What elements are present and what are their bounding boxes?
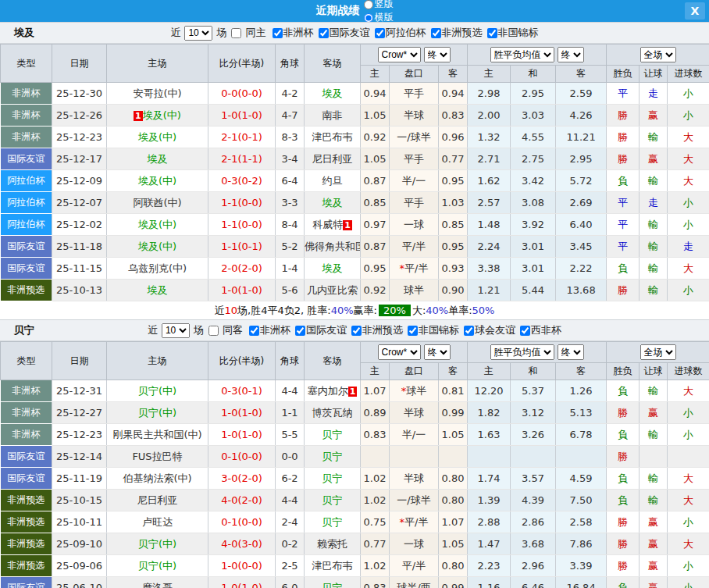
layout-radio-input[interactable]	[364, 13, 373, 23]
away-team-label: 贝宁	[322, 472, 343, 484]
odds-away: 0.80	[439, 555, 468, 577]
away-team: 贝宁	[305, 468, 361, 490]
away-team: 尼日利亚	[305, 148, 361, 170]
filter-near-label: 近	[170, 26, 180, 40]
type-badge: 非洲杯	[1, 105, 52, 127]
filter-competition-label: 非洲预选	[362, 323, 403, 337]
competition-checkbox-input[interactable]	[520, 326, 530, 336]
match-row: 非洲杯25-12-23刚果民主共和国(中)1-0(1-0)5-5贝宁0.83半/…	[1, 424, 709, 446]
competition-checkbox-input[interactable]	[431, 28, 441, 38]
close-button[interactable]: X	[685, 2, 705, 20]
summary-segment: 场,胜4平4负2, 胜率:	[237, 304, 331, 318]
away-team-label: 约旦	[322, 175, 343, 187]
filter-same-checkbox[interactable]: 同主	[228, 26, 265, 40]
corner-score: 5-2	[276, 236, 305, 258]
odds-final-select[interactable]: 终	[424, 47, 451, 62]
same-checkbox-input[interactable]	[208, 326, 219, 336]
filter-competition-checkbox[interactable]: 国际友谊	[292, 323, 347, 337]
competition-checkbox-input[interactable]	[249, 326, 259, 336]
competition-checkbox-input[interactable]	[273, 28, 283, 38]
handicap-result: 輸	[640, 490, 668, 511]
scope-select[interactable]: 全场	[640, 47, 676, 62]
filter-competition-checkbox[interactable]: 国际友谊	[315, 26, 370, 40]
home-team: 乌兹别克(中)	[107, 258, 208, 280]
result: 勝	[607, 280, 640, 301]
scope-select[interactable]: 全场	[640, 344, 676, 360]
avg-draw: 3.42	[511, 170, 556, 192]
window-title: 近期战绩	[316, 4, 360, 18]
filter-competition-checkbox[interactable]: 非洲预选	[348, 323, 403, 337]
away-team-label: 埃及	[322, 197, 343, 208]
corner-score: 1-1	[276, 402, 305, 424]
match-count-select[interactable]: 10	[184, 26, 212, 41]
filter-competition-checkbox[interactable]: 西非杯	[517, 323, 561, 337]
bookmaker-select[interactable]: Crow*	[378, 344, 421, 360]
competition-checkbox-input[interactable]	[464, 326, 474, 336]
avg-type-select[interactable]: 胜平负均值	[490, 344, 554, 360]
home-team: 埃及	[107, 148, 208, 170]
filter-competition-checkbox[interactable]: 阿拉伯杯	[372, 26, 426, 40]
odds-away: 0.93	[439, 258, 468, 280]
avg-final-select[interactable]: 终	[558, 344, 584, 360]
filter-competition-checkbox[interactable]: 非洲预选	[428, 26, 483, 40]
handicap-result: 輸	[640, 424, 668, 446]
match-row: 非洲杯25-12-23埃及(中)2-1(0-1)8-3津巴布韦0.92一/球半0…	[1, 127, 709, 148]
away-team: 几内亚比索	[305, 280, 361, 301]
corner-score: 6-0	[276, 577, 305, 588]
away-team-label: 南非	[322, 109, 343, 121]
odds-home: 0.87	[361, 170, 390, 192]
type-badge: 国际友谊	[1, 468, 52, 490]
match-table: 类型日期主场比分(半场)角球客场Crow* 终 胜平负均值 终 全场 主盘口客主…	[0, 341, 709, 588]
goals-result: 大	[668, 148, 709, 170]
competition-checkbox-input[interactable]	[351, 326, 362, 336]
filter-competition-checkbox[interactable]: 球会友谊	[461, 323, 515, 337]
avg-home: 1.16	[468, 577, 511, 588]
filter-competition-checkbox[interactable]: 非国锦标	[484, 26, 539, 40]
avg-type-select[interactable]: 胜平负均值	[490, 47, 554, 62]
handicap: 平/半	[390, 236, 439, 258]
away-team-label: 赖索托	[317, 538, 347, 550]
avg-away: 2.59	[556, 83, 607, 105]
score: 2-0(2-0)	[208, 258, 276, 280]
score: 1-1(0-1)	[208, 236, 276, 258]
match-row: 非洲预选25-10-11卢旺达0-1(0-0)2-4贝宁0.75*平/半1.07…	[1, 511, 709, 533]
competition-checkbox-input[interactable]	[375, 28, 385, 38]
avg-away	[556, 446, 607, 468]
away-team-label: 科威特	[312, 219, 343, 230]
summary-segment: 赢率:	[354, 304, 377, 318]
competition-checkbox-input[interactable]	[295, 326, 305, 336]
same-checkbox-input[interactable]	[231, 28, 241, 38]
handicap: 一球	[390, 214, 439, 236]
filter-same-checkbox[interactable]: 同客	[205, 323, 243, 337]
filter-competition-checkbox[interactable]: 非洲杯	[269, 26, 314, 40]
home-team: 贝宁(中)	[107, 402, 208, 424]
filter-games-label: 场	[216, 26, 226, 40]
filter-controls: 近10场 同主非洲杯国际友谊阿拉伯杯非洲预选非国锦标	[170, 26, 538, 41]
competition-checkbox-input[interactable]	[319, 28, 329, 38]
away-team: 约旦	[305, 170, 361, 192]
result: 負	[607, 380, 640, 402]
match-date: 25-12-07	[52, 192, 107, 214]
match-row: 国际友谊25-11-15乌兹别克(中)2-0(2-0)1-4埃及0.95*平/半…	[1, 258, 709, 280]
goals-result: 走	[668, 236, 709, 258]
avg-away: 2.95	[556, 148, 607, 170]
layout-radio-vertical[interactable]: 竖版	[364, 0, 394, 11]
odds-home	[361, 446, 390, 468]
competition-checkbox-input[interactable]	[487, 28, 497, 38]
handicap-result: 輸	[640, 127, 668, 148]
corner-score: 8-4	[276, 214, 305, 236]
layout-radio-input[interactable]	[364, 0, 373, 9]
odds-home: 1.02	[361, 468, 390, 490]
competition-checkbox-input[interactable]	[408, 326, 418, 336]
odds-final-select[interactable]: 终	[424, 344, 451, 360]
match-count-select[interactable]: 10	[162, 323, 190, 338]
match-row: 国际友谊25-11-18埃及(中)1-1(0-1)5-2佛得角共和国0.87平/…	[1, 236, 709, 258]
result: 負	[607, 468, 640, 490]
home-team-label: FUS拉巴特	[132, 451, 182, 462]
avg-final-select[interactable]: 终	[558, 47, 584, 62]
odds-away: 0.85	[439, 214, 468, 236]
bookmaker-select[interactable]: Crow*	[378, 47, 421, 62]
avg-away: 2.22	[556, 258, 607, 280]
filter-competition-checkbox[interactable]: 非国锦标	[404, 323, 459, 337]
filter-competition-checkbox[interactable]: 非洲杯	[246, 323, 290, 337]
